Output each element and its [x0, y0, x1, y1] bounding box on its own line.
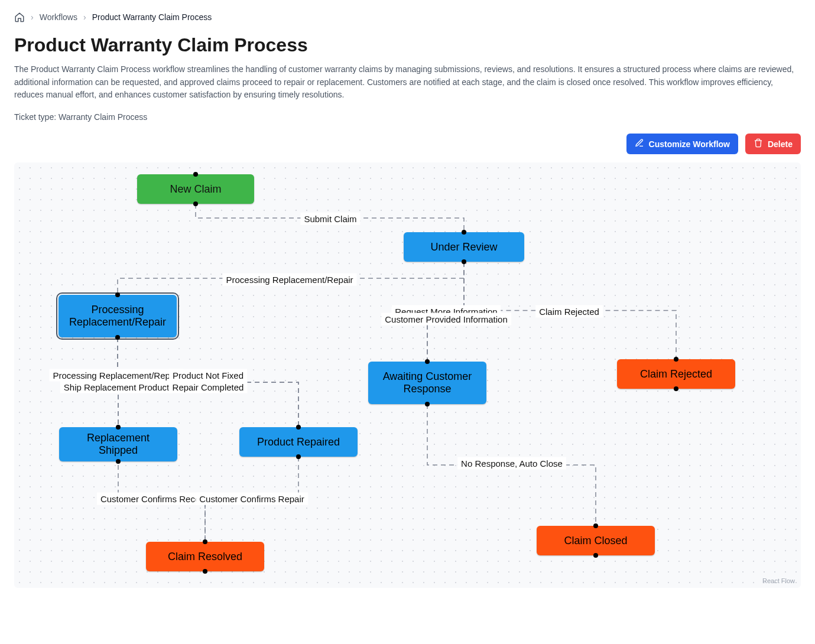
workflow-node[interactable]: Claim Closed [537, 526, 655, 555]
edge-label: No Response, Auto Close [457, 457, 566, 470]
node-handle-top[interactable] [462, 230, 466, 235]
workflow-node[interactable]: New Claim [137, 174, 254, 204]
trash-icon [754, 138, 763, 149]
reactflow-attribution: React Flow [762, 577, 795, 584]
edge-label: Claim Rejected [535, 305, 603, 318]
node-handle-top[interactable] [116, 425, 121, 430]
workflow-canvas[interactable]: New ClaimUnder ReviewProcessing Replacem… [14, 162, 801, 588]
delete-button[interactable]: Delete [745, 134, 801, 154]
workflow-description: The Product Warranty Claim Process workf… [14, 63, 800, 102]
page-title: Product Warranty Claim Process [14, 34, 801, 56]
node-handle-top[interactable] [296, 425, 301, 430]
node-handle-bottom[interactable] [425, 402, 430, 406]
node-handle-bottom[interactable] [116, 459, 121, 464]
workflow-node-label: Claim Resolved [168, 551, 242, 563]
workflow-node-label: Claim Rejected [640, 368, 712, 380]
edge-label: Processing Replacement/Repair [49, 369, 183, 382]
node-handle-bottom[interactable] [462, 259, 466, 264]
edge-label: Customer Provided Information [381, 313, 511, 326]
workflow-node[interactable]: Claim Resolved [146, 542, 264, 571]
edge-label: Processing Replacement/Repair [222, 274, 356, 286]
node-handle-top[interactable] [674, 357, 678, 362]
delete-label: Delete [768, 139, 793, 149]
breadcrumb-current: Product Warranty Claim Process [92, 12, 212, 22]
workflow-node-label: Replacement Shipped [70, 432, 167, 457]
actions-bar: Customize Workflow Delete [14, 134, 801, 154]
workflow-node-label: Under Review [430, 241, 497, 253]
breadcrumb: › Workflows › Product Warranty Claim Pro… [14, 12, 801, 22]
node-handle-top[interactable] [115, 292, 120, 297]
edge-label: Submit Claim [300, 213, 360, 225]
workflow-node[interactable]: Product Repaired [239, 427, 358, 457]
node-handle-bottom[interactable] [593, 553, 598, 558]
node-handle-bottom[interactable] [296, 454, 301, 459]
node-handle-bottom[interactable] [193, 201, 198, 206]
ticket-type-label: Ticket type: Warranty Claim Process [14, 112, 801, 122]
edit-icon [635, 138, 644, 149]
edge-label: Ship Replacement Product [60, 381, 173, 393]
workflow-node-label: Awaiting Customer Response [379, 370, 476, 395]
workflow-node-label: Processing Replacement/Repair [69, 304, 166, 328]
node-handle-top[interactable] [203, 539, 207, 544]
workflow-node[interactable]: Under Review [404, 232, 524, 262]
node-handle-bottom[interactable] [674, 386, 678, 391]
workflow-node[interactable]: Processing Replacement/Repair [59, 295, 177, 337]
workflow-node-label: New Claim [170, 183, 221, 196]
customize-workflow-button[interactable]: Customize Workflow [626, 134, 738, 154]
breadcrumb-workflows-link[interactable]: Workflows [40, 12, 77, 22]
workflow-node[interactable]: Claim Rejected [617, 359, 735, 389]
home-icon[interactable] [14, 12, 25, 22]
node-handle-bottom[interactable] [115, 335, 120, 340]
workflow-node[interactable]: Awaiting Customer Response [368, 362, 486, 404]
edge-label: Repair Completed [169, 381, 248, 393]
edge-label: Customer Confirms Repair [196, 493, 308, 505]
workflow-node-label: Claim Closed [564, 535, 627, 547]
chevron-right-icon: › [83, 12, 86, 22]
node-handle-top[interactable] [193, 172, 198, 177]
workflow-node-label: Product Repaired [257, 436, 340, 448]
chevron-right-icon: › [31, 12, 34, 22]
node-handle-top[interactable] [593, 523, 598, 528]
node-handle-bottom[interactable] [203, 569, 207, 574]
edge-label: Product Not Fixed [169, 369, 247, 382]
workflow-node[interactable]: Replacement Shipped [59, 427, 177, 461]
customize-workflow-label: Customize Workflow [649, 139, 730, 149]
node-handle-top[interactable] [425, 359, 430, 364]
